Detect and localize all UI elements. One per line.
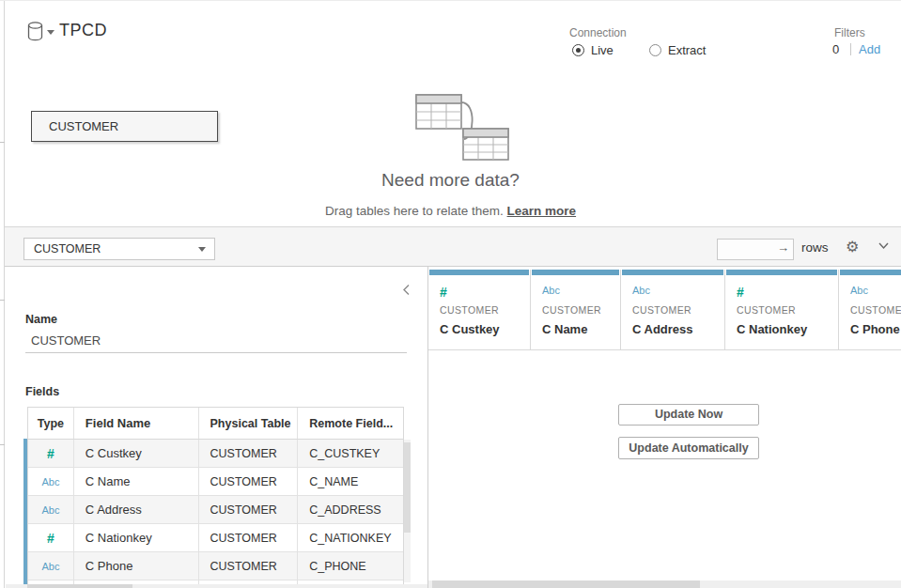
database-icon[interactable] — [27, 22, 44, 41]
remote-field-cell: C_NAME — [298, 468, 403, 495]
physical-table-cell: CUSTOMER — [199, 496, 299, 523]
preview-col-c-address[interactable]: Abc CUSTOMER C Address — [621, 270, 725, 350]
physical-table-cell: CUSTOMER — [199, 524, 299, 551]
remote-field-cell: C_CUSTKEY — [298, 440, 403, 467]
physical-table-cell: CUSTOMER — [199, 468, 299, 495]
field-name-cell: C Nationkey — [74, 524, 199, 551]
field-row-c-name[interactable]: Abc C Name CUSTOMER C_NAME — [28, 468, 403, 496]
number-type-icon[interactable]: # — [47, 531, 54, 546]
column-accent-strip — [429, 270, 529, 275]
empty-state-subtitle: Drag tables here to relate them. Learn m… — [0, 204, 901, 218]
column-field-name[interactable]: C Phone — [850, 322, 900, 336]
physical-table-cell: CUSTOMER — [199, 440, 299, 467]
scrollbar-thumb[interactable] — [27, 584, 132, 588]
preview-col-c-name[interactable]: Abc CUSTOMER C Name — [531, 270, 621, 350]
datasource-title[interactable]: TPCD — [59, 21, 107, 40]
string-type-icon[interactable]: Abc — [41, 476, 59, 487]
column-field-name[interactable]: C Custkey — [440, 322, 500, 336]
column-accent-strip — [622, 270, 723, 275]
number-type-icon[interactable]: # — [47, 446, 54, 461]
radio-live-icon[interactable] — [572, 44, 584, 56]
number-type-icon: # — [737, 285, 744, 300]
filters-count: 0 — [832, 42, 839, 56]
field-row-c-phone[interactable]: Abc C Phone CUSTOMER C_PHONE — [28, 552, 403, 580]
empty-state-text: Drag tables here to relate them. — [325, 204, 504, 218]
field-name-cell: C Phone — [74, 552, 199, 580]
table-select-dropdown[interactable]: CUSTOMER — [23, 238, 215, 260]
column-accent-strip — [726, 270, 837, 275]
fields-table-horizontal-scrollbar[interactable] — [6, 584, 427, 588]
relate-tables-illustration — [408, 90, 513, 162]
gear-icon[interactable]: ⚙ — [846, 238, 859, 255]
radio-extract[interactable]: Extract — [649, 43, 706, 57]
name-value[interactable]: CUSTOMER — [31, 333, 101, 348]
field-row-c-custkey[interactable]: # C Custkey CUSTOMER C_CUSTKEY — [28, 440, 403, 468]
table-select-value: CUSTOMER — [34, 242, 101, 255]
number-type-icon: # — [440, 285, 447, 300]
string-type-icon: Abc — [850, 285, 868, 296]
column-table-name: CUSTOMER — [632, 304, 691, 316]
field-row-c-address[interactable]: Abc C Address CUSTOMER C_ADDRESS — [28, 496, 403, 524]
column-table-name: CUSTOMER — [440, 304, 499, 316]
name-label: Name — [25, 313, 57, 326]
filters-separator — [850, 43, 851, 55]
canvas-table-customer[interactable]: CUSTOMER — [31, 111, 218, 142]
empty-state-title: Need more data? — [0, 170, 901, 191]
datagrid-toolbar: CUSTOMER → rows ⚙ — [5, 226, 901, 267]
remote-field-cell: C_NATIONKEY — [298, 524, 403, 551]
col-header-field-name[interactable]: Field Name — [74, 408, 199, 439]
fields-table-header: Type Field Name Physical Table Remote Fi… — [28, 408, 403, 440]
string-type-icon[interactable]: Abc — [41, 504, 59, 516]
scrollbar-thumb[interactable] — [432, 580, 700, 588]
column-table-name: CUSTOMER — [542, 304, 601, 316]
rows-count-input[interactable] — [717, 239, 794, 260]
radio-extract-label: Extract — [668, 43, 706, 57]
learn-more-link[interactable]: Learn more — [507, 204, 577, 218]
physical-table-cell: CUSTOMER — [199, 552, 299, 580]
field-name-cell: C Name — [74, 468, 199, 495]
pane-tick — [0, 444, 5, 445]
radio-live[interactable]: Live — [572, 43, 614, 57]
preview-col-c-phone[interactable]: Abc CUSTOMER C Phone — [839, 270, 901, 350]
string-type-icon: Abc — [632, 285, 650, 296]
string-type-icon[interactable]: Abc — [41, 561, 59, 572]
collapse-panel-icon[interactable] — [402, 284, 411, 296]
selected-rows-indicator — [23, 439, 27, 588]
column-field-name[interactable]: C Address — [632, 322, 693, 336]
data-preview-grid: # CUSTOMER C Custkey Abc CUSTOMER C Name… — [428, 270, 901, 588]
pane-tick — [0, 142, 5, 143]
chevron-down-icon[interactable] — [878, 241, 890, 250]
scrollbar-thumb[interactable] — [404, 442, 411, 533]
column-field-name[interactable]: C Name — [542, 322, 587, 336]
collapsed-left-pane-edge[interactable] — [0, 1, 5, 588]
preview-header-row: # CUSTOMER C Custkey Abc CUSTOMER C Name… — [428, 270, 901, 350]
string-type-icon: Abc — [542, 285, 560, 296]
radio-extract-icon[interactable] — [649, 44, 661, 56]
radio-live-label: Live — [591, 43, 614, 57]
column-accent-strip — [840, 270, 901, 275]
name-underline — [25, 352, 407, 353]
datasource-page: TPCD Connection Live Extract Filters 0 A… — [0, 0, 901, 588]
filters-label: Filters — [834, 26, 865, 39]
connection-label: Connection — [569, 26, 627, 39]
remote-field-cell: C_ADDRESS — [298, 496, 403, 523]
fields-label: Fields — [25, 385, 59, 398]
dropdown-caret-icon — [198, 247, 206, 252]
fields-table-vertical-scrollbar[interactable] — [404, 440, 411, 582]
preview-col-c-nationkey[interactable]: # CUSTOMER C Nationkey — [725, 270, 839, 350]
database-dropdown-caret[interactable] — [47, 30, 54, 35]
update-now-button[interactable]: Update Now — [618, 404, 759, 426]
column-field-name[interactable]: C Nationkey — [737, 322, 807, 336]
update-automatically-button[interactable]: Update Automatically — [618, 437, 759, 459]
column-accent-strip — [532, 270, 619, 275]
col-header-type[interactable]: Type — [28, 408, 74, 439]
rows-label: rows — [801, 240, 829, 255]
col-header-physical-table[interactable]: Physical Table — [199, 408, 299, 439]
col-header-remote-field[interactable]: Remote Field... — [298, 408, 403, 439]
fields-table: Type Field Name Physical Table Remote Fi… — [27, 407, 404, 588]
preview-horizontal-scrollbar[interactable] — [428, 580, 901, 588]
filters-add-link[interactable]: Add — [859, 42, 880, 56]
preview-col-c-custkey[interactable]: # CUSTOMER C Custkey — [428, 270, 531, 350]
field-row-c-nationkey[interactable]: # C Nationkey CUSTOMER C_NATIONKEY — [28, 524, 403, 552]
column-table-name: CUSTOMER — [737, 304, 796, 316]
